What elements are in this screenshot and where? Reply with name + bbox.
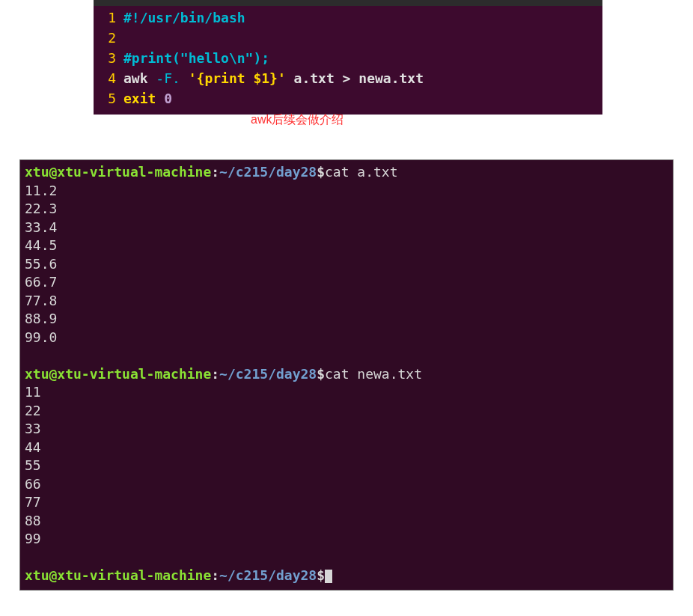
prompt-host: xtu-virtual-machine bbox=[57, 164, 211, 180]
command-text[interactable]: cat a.txt bbox=[325, 164, 398, 180]
prompt-path: ~/c215/day28 bbox=[219, 164, 317, 180]
prompt-user: xtu bbox=[25, 567, 49, 583]
code-token: exit bbox=[123, 91, 156, 106]
editor-content[interactable]: 1#!/usr/bin/bash23#print("hello\n");4awk… bbox=[94, 6, 602, 115]
prompt-host: xtu-virtual-machine bbox=[57, 366, 211, 382]
prompt-colon: : bbox=[211, 366, 219, 382]
output-line: 99.0 bbox=[25, 329, 668, 347]
prompt-colon: : bbox=[211, 164, 219, 180]
prompt-colon: : bbox=[211, 567, 219, 583]
output-line: 33 bbox=[25, 420, 668, 439]
code-text: exit 0 bbox=[123, 88, 602, 109]
output-line: 77.8 bbox=[25, 292, 668, 311]
prompt-at: @ bbox=[49, 164, 58, 180]
code-line[interactable]: 3#print("hello\n"); bbox=[94, 48, 602, 68]
terminal-panel[interactable]: xtu@xtu-virtual-machine:~/c215/day28$cat… bbox=[20, 160, 673, 590]
code-text: awk -F. '{print $1}' a.txt > newa.txt bbox=[123, 68, 602, 88]
prompt-at: @ bbox=[49, 567, 58, 583]
code-token: -F. bbox=[156, 70, 180, 86]
terminal-wrap: xtu@xtu-virtual-machine:~/c215/day28$cat… bbox=[19, 159, 674, 591]
line-number: 5 bbox=[94, 88, 123, 109]
line-number: 1 bbox=[94, 7, 123, 28]
prompt-dollar: $ bbox=[317, 366, 325, 382]
code-token bbox=[180, 70, 189, 86]
prompt-path: ~/c215/day28 bbox=[219, 366, 317, 382]
output-line: 44.5 bbox=[25, 237, 668, 255]
output-line: 55.6 bbox=[25, 255, 668, 274]
output-line: 77 bbox=[25, 493, 668, 512]
prompt-dollar: $ bbox=[317, 567, 325, 583]
cursor-icon bbox=[325, 570, 332, 583]
line-number: 4 bbox=[94, 68, 123, 88]
output-line: 11.2 bbox=[25, 182, 668, 201]
line-number: 2 bbox=[94, 28, 123, 48]
code-token bbox=[156, 91, 164, 106]
prompt-path: ~/c215/day28 bbox=[219, 567, 317, 583]
prompt-line[interactable]: xtu@xtu-virtual-machine:~/c215/day28$ bbox=[25, 567, 668, 585]
output-line: 88.9 bbox=[25, 310, 668, 329]
code-token: a.txt > newa.txt bbox=[286, 70, 424, 86]
code-token: 0 bbox=[164, 91, 172, 106]
prompt-user: xtu bbox=[25, 366, 49, 382]
code-line[interactable]: 1#!/usr/bin/bash bbox=[94, 7, 602, 28]
code-token: #print("hello\n"); bbox=[123, 50, 269, 66]
output-line: 99 bbox=[25, 530, 668, 549]
output-line: 44 bbox=[25, 439, 668, 457]
prompt-host: xtu-virtual-machine bbox=[57, 567, 211, 583]
code-token: '{print $1}' bbox=[189, 70, 286, 86]
code-text: #print("hello\n"); bbox=[123, 48, 602, 68]
panel-spacer bbox=[0, 115, 693, 159]
code-line[interactable]: 5exit 0 bbox=[94, 88, 602, 109]
output-line: 22.3 bbox=[25, 200, 668, 219]
code-line[interactable]: 2 bbox=[94, 28, 602, 48]
line-number: 3 bbox=[94, 48, 123, 68]
output-line: 55 bbox=[25, 457, 668, 475]
prompt-line[interactable]: xtu@xtu-virtual-machine:~/c215/day28$cat… bbox=[25, 163, 668, 182]
annotation-text: awk后续会做介绍 bbox=[251, 112, 344, 128]
command-text[interactable]: cat newa.txt bbox=[325, 366, 422, 382]
output-line bbox=[25, 549, 668, 567]
output-line: 66 bbox=[25, 475, 668, 494]
code-text: #!/usr/bin/bash bbox=[123, 7, 602, 28]
code-token: #!/usr/bin/bash bbox=[123, 10, 245, 25]
editor-titlebar bbox=[94, 0, 602, 6]
output-line bbox=[25, 347, 668, 365]
output-line: 22 bbox=[25, 402, 668, 421]
output-line: 88 bbox=[25, 512, 668, 531]
prompt-user: xtu bbox=[25, 164, 49, 180]
output-line: 11 bbox=[25, 383, 668, 402]
code-editor-panel: 1#!/usr/bin/bash23#print("hello\n");4awk… bbox=[94, 0, 602, 115]
code-line[interactable]: 4awk -F. '{print $1}' a.txt > newa.txt bbox=[94, 68, 602, 88]
code-text bbox=[123, 28, 602, 48]
prompt-line[interactable]: xtu@xtu-virtual-machine:~/c215/day28$cat… bbox=[25, 365, 668, 384]
prompt-dollar: $ bbox=[317, 164, 325, 180]
prompt-at: @ bbox=[49, 366, 58, 382]
output-line: 33.4 bbox=[25, 219, 668, 237]
code-token: awk bbox=[123, 70, 156, 86]
output-line: 66.7 bbox=[25, 273, 668, 292]
